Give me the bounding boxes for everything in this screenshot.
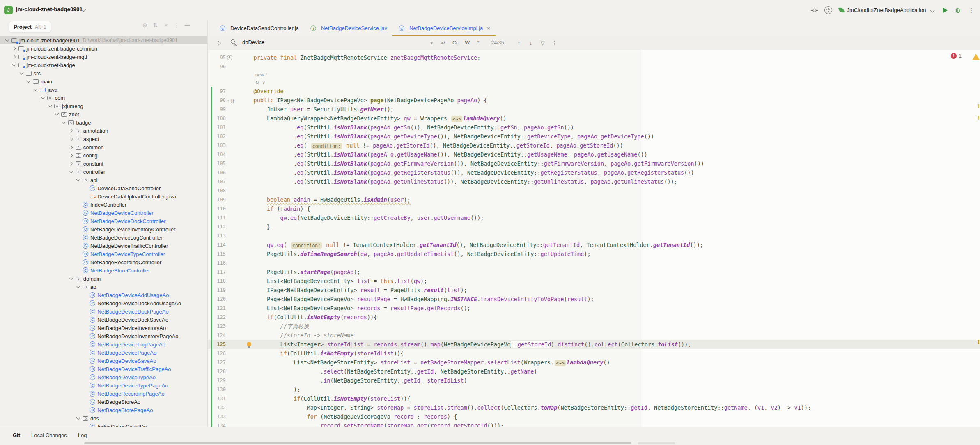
tree-item[interactable]: NetBadgeDeviceDockController bbox=[0, 217, 207, 225]
tree-item[interactable]: NetBadgeDeviceDockAddUsageAo bbox=[0, 299, 207, 307]
tree-item[interactable]: badge bbox=[0, 118, 207, 127]
chevron-down-icon[interactable] bbox=[75, 176, 82, 184]
line-number[interactable]: 113 bbox=[217, 231, 226, 240]
line-number[interactable]: 95 bbox=[220, 53, 226, 62]
chevron-down-icon[interactable] bbox=[4, 36, 11, 44]
tree-item[interactable]: NetBadgeDeviceTrafficController bbox=[0, 242, 207, 250]
tree-item[interactable]: NetBadgeDeviceTypePageAo bbox=[0, 381, 207, 390]
tree-item[interactable]: com bbox=[0, 94, 207, 102]
chevron-down-icon[interactable] bbox=[68, 274, 75, 283]
tree-item[interactable]: api bbox=[0, 176, 207, 184]
regex-toggle[interactable]: .* bbox=[476, 40, 479, 46]
run-configuration-selector[interactable]: JmCloudIotZnetBadgeApplication bbox=[839, 7, 934, 13]
line-number[interactable]: 118 bbox=[217, 277, 226, 286]
more-options-kebab-icon[interactable]: ⋮ bbox=[968, 7, 974, 14]
tree-item[interactable]: main bbox=[0, 77, 207, 85]
tree-item[interactable]: NetBadgeRecordingPageAo bbox=[0, 390, 207, 398]
line-number[interactable]: 127 bbox=[217, 358, 226, 367]
line-number[interactable]: 96 bbox=[220, 62, 226, 71]
next-occurrence-icon[interactable]: ↓ bbox=[528, 40, 534, 46]
line-number[interactable]: 105 bbox=[217, 159, 226, 168]
chevron-down-icon[interactable] bbox=[60, 118, 67, 127]
tree-item[interactable]: jm-cloud-znet-badge0901D:\work\idea\v4\j… bbox=[0, 36, 207, 44]
chevron-right-icon[interactable] bbox=[68, 135, 75, 143]
line-number[interactable]: 115 bbox=[217, 249, 226, 258]
tree-item[interactable]: dos bbox=[0, 414, 207, 422]
tree-item[interactable]: IndexController bbox=[0, 201, 207, 209]
chevron-right-icon[interactable] bbox=[68, 127, 75, 135]
chevron-down-icon[interactable] bbox=[25, 77, 32, 85]
tree-item[interactable]: controller bbox=[0, 168, 207, 176]
line-number[interactable]: 109 bbox=[217, 195, 226, 204]
tree-item[interactable]: znet bbox=[0, 110, 207, 118]
project-panel-tab[interactable]: Project Alt+1 bbox=[9, 21, 51, 33]
run-button[interactable] bbox=[943, 7, 948, 13]
tree-item[interactable]: NetBadgeRecordingController bbox=[0, 258, 207, 266]
line-number[interactable]: 97 bbox=[220, 87, 226, 96]
code-editor[interactable]: 95 private final ZnetBadgeMqttRemoteServ… bbox=[208, 50, 980, 427]
tree-item[interactable]: config bbox=[0, 151, 207, 159]
bottom-tab-git[interactable]: Git bbox=[13, 432, 20, 438]
line-number[interactable]: 134 bbox=[217, 421, 226, 427]
tree-item[interactable]: NetBadgeDeviceLogPageAo bbox=[0, 340, 207, 348]
chevron-down-icon[interactable] bbox=[46, 102, 53, 110]
line-number[interactable]: 106 bbox=[217, 168, 226, 177]
tree-item[interactable]: annotation bbox=[0, 127, 207, 135]
line-number[interactable]: 123 bbox=[217, 322, 226, 331]
line-number[interactable]: 120 bbox=[217, 295, 226, 304]
tree-item[interactable]: NetBadgeDeviceTrafficPageAo bbox=[0, 365, 207, 373]
line-number[interactable]: 122 bbox=[217, 313, 226, 322]
chevron-right-icon[interactable] bbox=[68, 159, 75, 168]
tree-item[interactable]: jxjumeng bbox=[0, 102, 207, 110]
expand-replace-chevron-icon[interactable] bbox=[216, 41, 220, 45]
line-number[interactable]: 128 bbox=[217, 367, 226, 376]
locate-file-icon[interactable]: ⊕ bbox=[142, 22, 148, 28]
line-number[interactable]: 108 bbox=[217, 186, 226, 195]
line-number[interactable]: 116 bbox=[217, 258, 226, 267]
tree-item[interactable]: jm-cloud-znet-badge bbox=[0, 61, 207, 69]
inspections-widget[interactable]: ! 1 bbox=[951, 53, 962, 59]
chevron-down-icon[interactable] bbox=[75, 283, 82, 291]
line-number[interactable]: 129 bbox=[217, 376, 226, 385]
line-number[interactable]: 103 bbox=[217, 141, 226, 150]
project-selector[interactable]: jm-cloud-znet-badge0901 bbox=[16, 6, 83, 12]
line-number[interactable]: 132 bbox=[217, 403, 226, 412]
new-line-icon[interactable]: ↵ bbox=[441, 40, 446, 46]
error-stripe-mark[interactable] bbox=[978, 340, 979, 344]
horizontal-scrollbar[interactable] bbox=[638, 442, 675, 444]
line-number[interactable]: 100 bbox=[217, 114, 226, 123]
tree-item[interactable]: NetBadgeDeviceInventoryAo bbox=[0, 324, 207, 332]
options-kebab-icon[interactable]: ⋮ bbox=[174, 22, 180, 28]
search-icon[interactable] bbox=[231, 39, 237, 46]
chevron-down-icon[interactable] bbox=[75, 414, 82, 422]
tree-item[interactable]: src bbox=[0, 69, 207, 77]
tree-item[interactable]: NetBadgeDeviceTypeController bbox=[0, 250, 207, 258]
chevron-down-icon[interactable] bbox=[53, 110, 60, 118]
error-stripe-mark[interactable] bbox=[978, 116, 979, 120]
line-number[interactable]: 117 bbox=[217, 267, 226, 277]
tree-item[interactable]: NetBadgeDevicePageAo bbox=[0, 348, 207, 357]
tree-item[interactable]: DeviceDataSendController bbox=[0, 184, 207, 192]
line-number[interactable]: 119 bbox=[217, 286, 226, 295]
error-stripe-mark[interactable] bbox=[978, 104, 979, 108]
tree-item[interactable]: aspect bbox=[0, 135, 207, 143]
line-number[interactable]: 125 bbox=[217, 340, 226, 349]
code-with-me-icon[interactable] bbox=[811, 7, 818, 14]
search-query[interactable]: dbDevice bbox=[242, 39, 264, 45]
tree-item[interactable]: common bbox=[0, 143, 207, 151]
line-number[interactable]: 111 bbox=[217, 213, 226, 222]
line-number[interactable]: 112 bbox=[217, 222, 226, 231]
timer-gutter-icon[interactable] bbox=[227, 55, 232, 60]
editor-tab[interactable]: NetBadgeDeviceService.jav bbox=[304, 20, 392, 36]
filter-icon[interactable]: ▽ bbox=[540, 40, 546, 46]
tree-item[interactable]: domain bbox=[0, 274, 207, 283]
tree-item[interactable]: NetBadgeStoreAo bbox=[0, 398, 207, 406]
line-number[interactable]: 104 bbox=[217, 150, 226, 159]
bottom-tab-local-changes[interactable]: Local Changes bbox=[31, 432, 67, 438]
line-number[interactable]: 98 bbox=[220, 96, 226, 105]
tree-item[interactable]: NetBadgeStoreController bbox=[0, 266, 207, 274]
tree-item[interactable]: NetBadgeDeviceLogController bbox=[0, 233, 207, 242]
line-number[interactable]: 121 bbox=[217, 304, 226, 313]
match-case-toggle[interactable]: Cc bbox=[452, 40, 459, 46]
close-icon[interactable]: × bbox=[487, 25, 490, 31]
